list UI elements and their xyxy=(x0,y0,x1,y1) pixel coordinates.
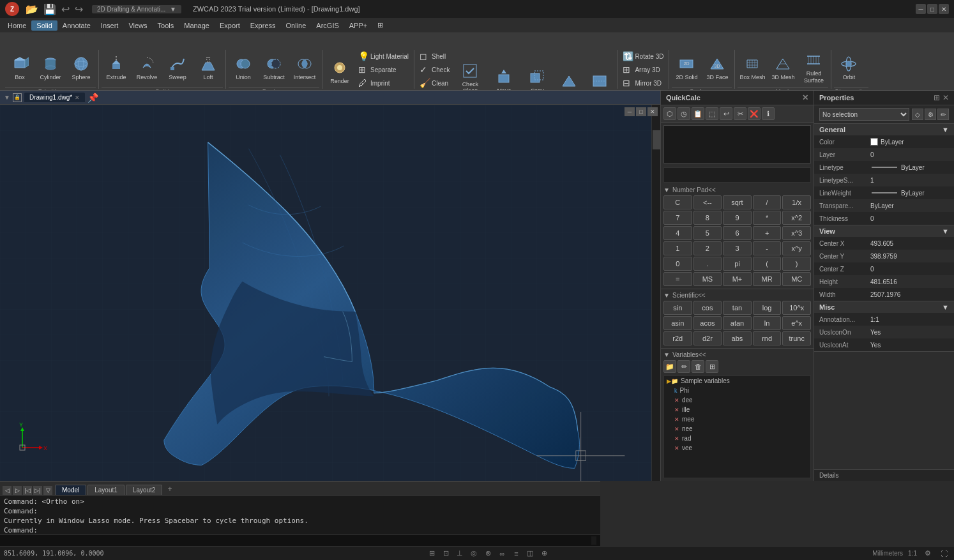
cmd-scrollbar[interactable] xyxy=(591,536,596,545)
profile-button[interactable]: Profile xyxy=(554,67,584,90)
btn-atan[interactable]: atan xyxy=(723,316,752,330)
tab-model[interactable]: Model xyxy=(55,485,86,495)
qc-btn-info[interactable]: ℹ xyxy=(762,107,775,120)
btn-add[interactable]: + xyxy=(753,226,782,240)
btn-rparen[interactable]: ) xyxy=(782,257,811,271)
render-button[interactable]: Render xyxy=(325,54,354,89)
btn-c[interactable]: C xyxy=(663,195,692,209)
drawing-area[interactable]: ▼ 🔒 Drawing1.dwg* ✕ 📌 ─ □ ✕ xyxy=(0,91,660,481)
tpt-toggle[interactable]: ◫ xyxy=(524,548,536,559)
btn-pi[interactable]: pi xyxy=(723,257,752,271)
btn-ln[interactable]: ln xyxy=(753,316,782,330)
properties-close[interactable]: ✕ xyxy=(943,93,949,102)
maximize-button[interactable]: □ xyxy=(927,4,937,14)
quickcalc-close[interactable]: ✕ xyxy=(802,93,808,102)
flatshot-button[interactable]: Flatshot xyxy=(585,67,614,90)
box-button[interactable]: Box xyxy=(5,50,34,86)
vars-btn-edit[interactable]: ✏ xyxy=(678,360,690,373)
btn-ex[interactable]: e^x xyxy=(782,316,811,330)
menu-tools[interactable]: Tools xyxy=(153,20,179,31)
numpad-title[interactable]: ▼ Number Pad<< xyxy=(663,186,811,193)
btn-eq[interactable]: = xyxy=(663,272,692,286)
var-vee[interactable]: ✕ vee xyxy=(664,443,810,453)
redo-icon[interactable]: ↪ xyxy=(75,3,83,15)
tab-nav-last[interactable]: ▷| xyxy=(33,486,42,495)
grid-toggle[interactable]: ⊞ xyxy=(426,548,437,559)
dyn-toggle[interactable]: ⊕ xyxy=(538,548,550,559)
intersect-button[interactable]: Intersect xyxy=(290,50,319,86)
tab-nav-left[interactable]: ◁ xyxy=(3,486,11,495)
prop-icon3[interactable]: ✏ xyxy=(937,109,949,120)
sphere-button[interactable]: Sphere xyxy=(66,50,96,86)
btn-ms[interactable]: MS xyxy=(693,272,722,286)
menu-express[interactable]: Express xyxy=(245,20,281,31)
tab-nav-first[interactable]: |◁ xyxy=(23,486,32,495)
btn-trunc[interactable]: trunc xyxy=(782,331,811,345)
menu-online[interactable]: Online xyxy=(281,20,312,31)
menu-solid[interactable]: Solid xyxy=(31,20,57,31)
btn-d2r[interactable]: d2r xyxy=(693,331,722,345)
var-mee[interactable]: ✕ mee xyxy=(664,414,810,424)
qc-btn-arrow-left[interactable]: ↩ xyxy=(720,107,732,120)
prop-icon2[interactable]: ⚙ xyxy=(925,109,936,120)
btn-sub[interactable]: - xyxy=(753,241,782,255)
sweep-button[interactable]: Sweep xyxy=(163,50,192,86)
btn-mr[interactable]: MR xyxy=(753,272,782,286)
btn-acos[interactable]: acos xyxy=(693,316,722,330)
menu-views[interactable]: Views xyxy=(123,20,152,31)
cylinder-button[interactable]: Cylinder xyxy=(36,50,65,86)
3d-mesh-button[interactable]: 3D Mesh xyxy=(768,50,798,86)
check-button[interactable]: ✓ Check xyxy=(417,63,452,76)
menu-home[interactable]: Home xyxy=(3,20,31,31)
orbit-button[interactable]: Orbit xyxy=(834,50,863,86)
btn-cos[interactable]: cos xyxy=(693,301,722,315)
copy-edges-button[interactable]: Copy Edges xyxy=(521,67,553,90)
menu-export[interactable]: Export xyxy=(215,20,245,31)
btn-xy[interactable]: x^y xyxy=(782,241,811,255)
var-phi[interactable]: k Phi xyxy=(664,386,810,395)
general-section-header[interactable]: General ▼ xyxy=(814,124,954,135)
btn-backspace[interactable]: <-- xyxy=(693,195,722,209)
menu-manage[interactable]: Manage xyxy=(179,20,215,31)
vars-btn-folder[interactable]: 📁 xyxy=(663,360,676,373)
command-input[interactable] xyxy=(4,536,591,545)
btn-10x[interactable]: 10^x xyxy=(782,301,811,315)
btn-tan[interactable]: tan xyxy=(723,301,752,315)
rotate-3d-button[interactable]: 🔃 Rotate 3D xyxy=(620,50,666,63)
qc-btn-clock[interactable]: ◷ xyxy=(678,107,690,120)
btn-0[interactable]: 0 xyxy=(663,257,692,271)
otrack-toggle[interactable]: ∞ xyxy=(496,548,508,559)
btn-div[interactable]: / xyxy=(753,195,782,209)
qc-btn-scissors[interactable]: ✂ xyxy=(734,107,746,120)
qc-btn-frame[interactable]: ⬚ xyxy=(706,107,718,120)
fullscreen-btn[interactable]: ⛶ xyxy=(939,548,950,559)
prop-scrollable[interactable]: General ▼ Color ByLayer Layer 0 xyxy=(814,124,954,469)
menu-annotate[interactable]: Annotate xyxy=(57,20,96,31)
vars-title[interactable]: ▼ Variables<< xyxy=(663,351,811,358)
tab-nav-list[interactable]: ▽ xyxy=(43,486,52,495)
clean-button[interactable]: 🧹 Clean xyxy=(417,77,452,89)
btn-4[interactable]: 4 xyxy=(663,226,692,240)
drawing-close-btn[interactable]: ✕ xyxy=(647,107,658,116)
close-button[interactable]: ✕ xyxy=(939,4,949,14)
btn-mul[interactable]: * xyxy=(753,211,782,225)
btn-inv[interactable]: 1/x xyxy=(782,195,811,209)
misc-section-header[interactable]: Misc ▼ xyxy=(814,301,954,313)
btn-x2[interactable]: x^2 xyxy=(782,211,811,225)
btn-2[interactable]: 2 xyxy=(693,241,722,255)
add-tab-btn[interactable]: + xyxy=(163,483,176,495)
scrollbar-thumb-v[interactable] xyxy=(653,130,660,149)
btn-lparen[interactable]: ( xyxy=(753,257,782,271)
menu-insert[interactable]: Insert xyxy=(96,20,124,31)
vars-btn-add[interactable]: ⊞ xyxy=(706,360,718,373)
mirror-3d-button[interactable]: ⊟ Mirror 3D xyxy=(620,77,666,89)
vars-btn-delete[interactable]: 🗑 xyxy=(692,360,704,373)
var-dee[interactable]: ✕ dee xyxy=(664,395,810,405)
workspace-selector[interactable]: 2D Drafting & Annotati... ▼ xyxy=(92,5,181,13)
btn-1[interactable]: 1 xyxy=(663,241,692,255)
pin-icon[interactable]: 📌 xyxy=(87,93,98,103)
polar-toggle[interactable]: ◎ xyxy=(468,548,480,559)
btn-5[interactable]: 5 xyxy=(693,226,722,240)
quick-access-icon[interactable]: 📂 xyxy=(26,3,38,15)
drawing-tab-close[interactable]: ✕ xyxy=(75,95,80,101)
